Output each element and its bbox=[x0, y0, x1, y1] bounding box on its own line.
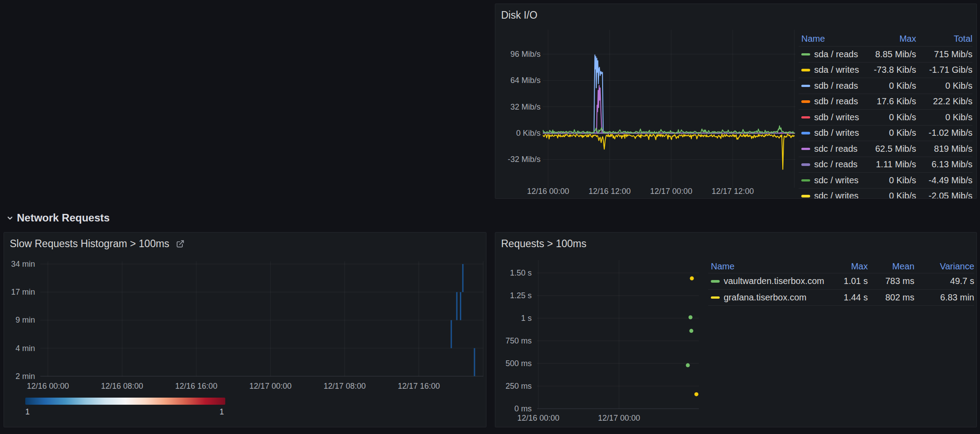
series-swatch bbox=[801, 163, 810, 166]
legend-row[interactable]: grafana.tiserbox.com1.44 s802 ms6.83 min bbox=[708, 290, 974, 306]
legend-value-total: 6.13 Mib/s bbox=[916, 159, 972, 170]
dashboard-row-network-requests[interactable]: Network Requests bbox=[6, 212, 110, 224]
series-swatch bbox=[801, 53, 810, 56]
y-axis-tick: -32 Mib/s bbox=[508, 155, 541, 164]
legend-value-max: 0 Kib/s bbox=[864, 191, 916, 199]
legend-header-row: NameMaxTotal bbox=[799, 32, 972, 47]
y-axis-tick: 4 min bbox=[16, 344, 35, 353]
series-name: sdc / writes bbox=[814, 175, 858, 185]
legend-header-name[interactable]: Name bbox=[801, 34, 864, 44]
series-name: sda / writes bbox=[814, 65, 859, 75]
legend-value-total: 22.2 Kib/s bbox=[916, 96, 972, 107]
legend-row[interactable]: sdc / writes0 Kib/s-4.49 Mib/s bbox=[799, 173, 972, 189]
x-axis-tick: 12/16 12:00 bbox=[588, 187, 631, 196]
legend-row[interactable]: sdb / writes0 Kib/s-1.02 Mib/s bbox=[799, 126, 972, 142]
legend-value-max: 1.44 s bbox=[828, 292, 868, 303]
y-axis-tick: 64 Mib/s bbox=[510, 76, 541, 85]
x-axis-tick: 12/17 12:00 bbox=[712, 187, 754, 196]
legend-value-max: 0 Kib/s bbox=[864, 112, 916, 122]
legend-row[interactable]: sdb / writes0 Kib/s0 Kib/s bbox=[799, 110, 972, 126]
legend-value-total: -1.71 Gib/s bbox=[916, 65, 972, 75]
legend-header-mean[interactable]: Mean bbox=[868, 261, 914, 272]
y-axis-tick: 0 ms bbox=[514, 404, 532, 413]
legend-row[interactable]: sdb / reads17.6 Kib/s22.2 Kib/s bbox=[799, 94, 972, 110]
x-axis-tick: 12/17 16:00 bbox=[398, 382, 440, 391]
legend-value-max: 0 Kib/s bbox=[864, 81, 916, 91]
scatter-point bbox=[689, 316, 693, 320]
legend-header-name[interactable]: Name bbox=[711, 261, 828, 272]
panel-title-disk-io[interactable]: Disk I/O bbox=[501, 9, 537, 21]
series-name: sdc / reads bbox=[814, 144, 858, 154]
panel-title-slow-requests[interactable]: Slow Requests Histogram > 100ms bbox=[10, 238, 184, 250]
legend-value-total: 819 Mib/s bbox=[916, 144, 972, 154]
legend-row[interactable]: sdc / reads1.11 Mib/s6.13 Mib/s bbox=[799, 157, 972, 173]
legend-header-row: NameMaxMeanVariance bbox=[708, 260, 974, 273]
panel-title-requests[interactable]: Requests > 100ms bbox=[501, 238, 586, 250]
x-axis-tick: 12/17 00:00 bbox=[650, 187, 692, 196]
chevron-down-icon bbox=[6, 214, 14, 222]
legend-row[interactable]: sdc / reads62.5 Mib/s819 Mib/s bbox=[799, 141, 972, 157]
y-axis-tick: 34 min bbox=[11, 260, 35, 268]
external-link-icon[interactable] bbox=[176, 240, 184, 248]
series-swatch bbox=[801, 100, 810, 103]
heatmap-cell bbox=[451, 320, 452, 348]
legend-header-total[interactable]: Total bbox=[916, 34, 972, 44]
y-axis-tick: 96 Mib/s bbox=[510, 50, 541, 59]
series-name: sdc / reads bbox=[814, 159, 858, 170]
x-axis-tick: 12/16 00:00 bbox=[27, 382, 69, 391]
legend-header-max[interactable]: Max bbox=[864, 34, 916, 44]
legend-header-variance[interactable]: Variance bbox=[914, 261, 974, 272]
legend-value-total: -2.05 Mib/s bbox=[916, 191, 972, 199]
legend-value-mean: 802 ms bbox=[868, 292, 914, 303]
x-axis-tick: 12/16 00:00 bbox=[517, 414, 559, 422]
series-name: vaultwarden.tiserbox.com bbox=[724, 276, 824, 286]
legend-row[interactable]: sda / reads8.85 Mib/s715 Mib/s bbox=[799, 47, 972, 63]
heatmap-cell bbox=[474, 348, 475, 376]
legend-value-total: -1.02 Mib/s bbox=[916, 128, 972, 138]
series-line bbox=[543, 134, 795, 170]
legend-value-max: 1.01 s bbox=[828, 276, 868, 286]
series-swatch bbox=[801, 148, 810, 150]
scatter-point bbox=[686, 363, 690, 367]
legend-value-max: 62.5 Mib/s bbox=[864, 144, 916, 154]
series-name: sdb / reads bbox=[814, 81, 858, 91]
series-line bbox=[543, 85, 795, 133]
x-axis-tick: 12/16 00:00 bbox=[527, 187, 569, 196]
legend-row[interactable]: sdb / reads0 Kib/s0 Kib/s bbox=[799, 78, 972, 94]
legend-value-max: 0 Kib/s bbox=[864, 175, 916, 185]
colorbar-min-label: 1 bbox=[25, 407, 30, 417]
series-swatch bbox=[711, 280, 720, 283]
legend-row[interactable]: sdc / writes0 Kib/s-2.05 Mib/s bbox=[799, 189, 972, 199]
legend-header-max[interactable]: Max bbox=[828, 261, 868, 272]
y-axis-tick: 17 min bbox=[11, 288, 35, 296]
legend-value-max: 1.11 Mib/s bbox=[864, 159, 916, 170]
legend-value-max: 17.6 Kib/s bbox=[864, 96, 916, 107]
series-name: sdb / writes bbox=[814, 112, 859, 122]
y-axis-tick: 500 ms bbox=[506, 359, 532, 368]
x-axis-tick: 12/17 00:00 bbox=[598, 414, 640, 422]
heatmap-cell bbox=[456, 292, 458, 320]
legend-row[interactable]: sda / writes-73.8 Kib/s-1.71 Gib/s bbox=[799, 63, 972, 79]
scatter-point bbox=[690, 276, 694, 280]
x-axis-tick: 12/16 16:00 bbox=[175, 382, 217, 391]
panel-title-text: Requests > 100ms bbox=[501, 238, 586, 250]
heatmap-cell bbox=[462, 264, 463, 292]
series-swatch bbox=[801, 195, 810, 197]
series-swatch bbox=[801, 116, 810, 119]
heatmap-colorbar bbox=[25, 398, 225, 405]
series-line bbox=[543, 55, 795, 133]
x-axis-tick: 12/17 08:00 bbox=[324, 382, 366, 391]
legend-row[interactable]: vaultwarden.tiserbox.com1.01 s783 ms49.7… bbox=[708, 273, 974, 290]
scatter-point bbox=[694, 392, 698, 396]
disk-io-legend: NameMaxTotalsda / reads8.85 Mib/s715 Mib… bbox=[799, 32, 972, 199]
legend-value-total: 0 Kib/s bbox=[916, 112, 972, 122]
y-axis-tick: 0 Kib/s bbox=[516, 129, 541, 138]
legend-value-max: -73.8 Kib/s bbox=[864, 65, 916, 75]
series-name: sdb / writes bbox=[814, 128, 859, 138]
grafana-dashboard: { "section": { "title": "Network Request… bbox=[0, 0, 980, 434]
y-axis-tick: 1.25 s bbox=[510, 291, 532, 300]
heatmap-cell bbox=[460, 292, 461, 320]
series-name: sdc / writes bbox=[814, 191, 858, 199]
row-title: Network Requests bbox=[17, 212, 110, 224]
series-name: sda / reads bbox=[814, 49, 858, 59]
